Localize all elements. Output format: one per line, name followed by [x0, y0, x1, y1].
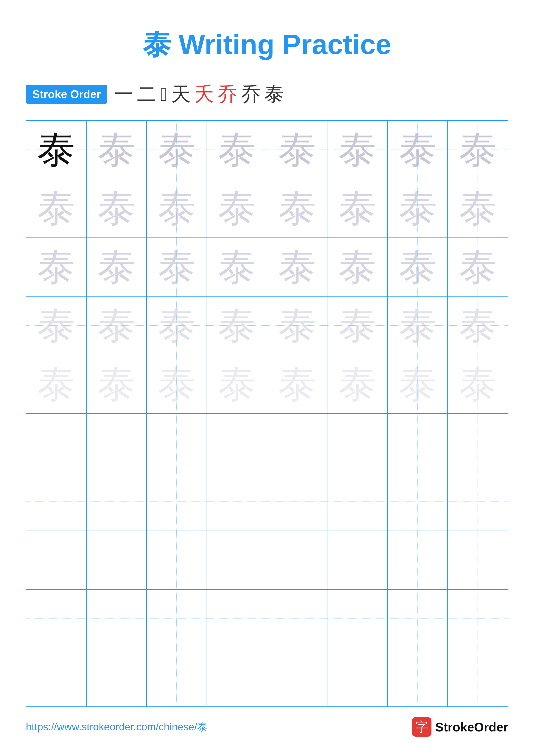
grid-cell	[87, 590, 147, 648]
grid-row: 泰 泰 泰 泰 泰 泰 泰 泰	[26, 179, 508, 238]
practice-char-ghost: 泰	[278, 131, 316, 169]
grid-cell	[327, 414, 388, 472]
grid-row: 泰 泰 泰 泰 泰 泰 泰 泰	[26, 355, 508, 414]
practice-char-solid: 泰	[37, 131, 75, 169]
practice-char-ghost: 泰	[339, 248, 376, 286]
grid-cell: 泰	[327, 355, 388, 413]
grid-cell: 泰	[147, 179, 207, 237]
practice-char-ghost: 泰	[278, 248, 316, 286]
practice-char-ghost: 泰	[278, 307, 316, 345]
practice-grid: 泰 泰 泰 泰 泰 泰 泰 泰 泰 泰 泰 泰 泰 泰 泰 泰 泰 泰 泰 泰 …	[26, 120, 508, 707]
brand-name: StrokeOrder	[435, 720, 508, 734]
grid-cell: 泰	[207, 297, 267, 355]
grid-cell: 泰	[448, 297, 508, 355]
practice-char-ghost: 泰	[37, 190, 75, 228]
grid-cell: 泰	[448, 121, 508, 179]
grid-cell: 泰	[147, 238, 207, 296]
practice-char-ghost: 泰	[98, 307, 135, 345]
stroke-2: 二	[137, 81, 156, 107]
grid-cell: 泰	[327, 297, 388, 355]
grid-cell: 泰	[327, 179, 388, 237]
grid-cell: 泰	[267, 297, 328, 355]
grid-cell	[26, 472, 87, 530]
grid-cell	[448, 648, 508, 706]
grid-row: 泰 泰 泰 泰 泰 泰 泰 泰	[26, 238, 508, 297]
practice-char-ghost: 泰	[399, 131, 436, 169]
practice-char-ghost: 泰	[218, 190, 256, 228]
grid-cell	[388, 648, 448, 706]
grid-cell: 泰	[207, 238, 267, 296]
stroke-3: 𠂇	[160, 83, 167, 105]
stroke-5: 夭	[194, 81, 214, 107]
practice-char-ghost: 泰	[98, 190, 135, 228]
practice-char-ghost: 泰	[399, 190, 436, 228]
grid-cell: 泰	[448, 179, 508, 237]
practice-char-ghost: 泰	[278, 365, 316, 403]
stroke-order-badge: Stroke Order	[26, 85, 107, 104]
grid-row	[26, 531, 508, 590]
practice-char-ghost: 泰	[459, 365, 497, 403]
stroke-sequence: 一 二 𠂇 天 夭 乔 乔 泰	[114, 81, 284, 107]
stroke-4: 天	[171, 81, 191, 107]
grid-cell: 泰	[207, 121, 267, 179]
grid-cell: 泰	[87, 179, 147, 237]
grid-row	[26, 590, 508, 648]
page: 泰 Writing Practice Stroke Order 一 二 𠂇 天 …	[0, 0, 534, 756]
practice-char-ghost: 泰	[459, 248, 497, 286]
practice-char-ghost: 泰	[459, 190, 497, 228]
grid-cell: 泰	[147, 355, 207, 413]
grid-cell	[388, 590, 448, 648]
grid-cell	[327, 531, 388, 589]
brand-icon-char: 字	[415, 718, 428, 736]
grid-cell	[267, 590, 328, 648]
grid-cell: 泰	[26, 238, 87, 296]
practice-char-ghost: 泰	[339, 307, 376, 345]
practice-char-ghost: 泰	[158, 365, 195, 403]
grid-cell: 泰	[207, 179, 267, 237]
grid-row	[26, 414, 508, 472]
grid-cell: 泰	[87, 238, 147, 296]
footer: https://www.strokeorder.com/chinese/泰 字 …	[26, 717, 508, 737]
practice-char-ghost: 泰	[218, 248, 256, 286]
grid-cell	[267, 648, 328, 706]
practice-char-ghost: 泰	[158, 131, 195, 169]
practice-char-ghost: 泰	[218, 365, 256, 403]
practice-char-ghost: 泰	[399, 307, 436, 345]
grid-cell	[388, 472, 448, 530]
stroke-1: 一	[114, 81, 133, 107]
practice-char-ghost: 泰	[37, 307, 75, 345]
grid-cell	[147, 414, 207, 472]
practice-char-ghost: 泰	[399, 248, 436, 286]
practice-char-ghost: 泰	[459, 307, 497, 345]
practice-char-ghost: 泰	[339, 365, 376, 403]
practice-char-ghost: 泰	[158, 248, 195, 286]
practice-char-ghost: 泰	[98, 131, 135, 169]
practice-char-ghost: 泰	[339, 190, 376, 228]
grid-cell: 泰	[26, 121, 87, 179]
grid-cell: 泰	[87, 355, 147, 413]
grid-cell	[207, 648, 267, 706]
grid-cell: 泰	[388, 297, 448, 355]
stroke-6: 乔	[218, 81, 237, 107]
grid-cell: 泰	[327, 238, 388, 296]
grid-cell	[327, 472, 388, 530]
grid-cell	[207, 590, 267, 648]
grid-cell: 泰	[147, 121, 207, 179]
practice-char-ghost: 泰	[158, 190, 195, 228]
stroke-7: 乔	[241, 81, 261, 107]
grid-cell: 泰	[87, 121, 147, 179]
grid-cell	[147, 648, 207, 706]
grid-cell: 泰	[147, 297, 207, 355]
grid-cell	[448, 531, 508, 589]
practice-char-ghost: 泰	[98, 248, 135, 286]
grid-cell: 泰	[448, 355, 508, 413]
practice-char-ghost: 泰	[459, 131, 497, 169]
grid-cell	[26, 531, 87, 589]
title-area: 泰 Writing Practice	[26, 26, 508, 64]
grid-cell	[147, 590, 207, 648]
footer-brand: 字 StrokeOrder	[412, 717, 508, 737]
grid-cell	[327, 590, 388, 648]
grid-row: 泰 泰 泰 泰 泰 泰 泰 泰	[26, 297, 508, 355]
stroke-8: 泰	[264, 81, 284, 107]
grid-row	[26, 648, 508, 706]
